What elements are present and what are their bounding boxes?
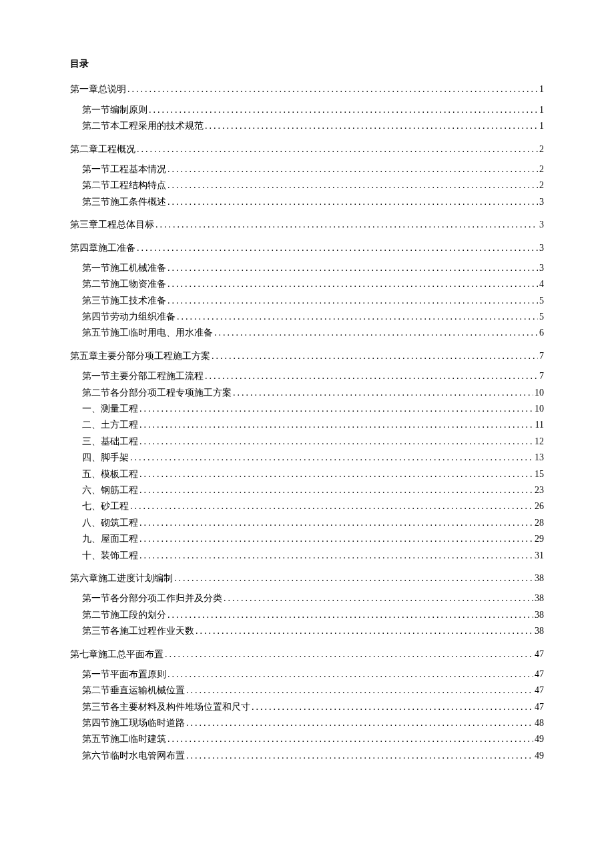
toc-entry: 九、屋面工程29 bbox=[82, 532, 544, 546]
toc-entry: 第一章总说明1 bbox=[70, 82, 544, 97]
toc-leader-dots bbox=[205, 119, 538, 133]
toc-entry: 一、测量工程10 bbox=[82, 402, 544, 416]
toc-entry-label: 第四节施工现场临时道路 bbox=[82, 716, 185, 731]
toc-entry-page: 29 bbox=[535, 532, 544, 546]
toc-entry-label: 九、屋面工程 bbox=[82, 532, 138, 546]
toc-entry: 第一节编制原则1 bbox=[82, 103, 544, 117]
toc-entry-page: 1 bbox=[539, 119, 544, 133]
toc-entry-label: 第三章工程总体目标 bbox=[70, 218, 154, 232]
toc-leader-dots bbox=[168, 178, 538, 193]
toc-entry-label: 第一节施工机械准备 bbox=[82, 261, 166, 276]
toc-entry-page: 15 bbox=[535, 467, 544, 482]
toc-leader-dots bbox=[130, 499, 533, 514]
toc-entry-page: 3 bbox=[539, 218, 544, 232]
toc-entry-label: 第二节施工物资准备 bbox=[82, 277, 166, 292]
toc-entry-page: 3 bbox=[539, 261, 544, 276]
toc-entry-label: 第四章施工准备 bbox=[70, 241, 135, 256]
toc-entry-label: 八、砌筑工程 bbox=[82, 516, 138, 530]
toc-leader-dots bbox=[168, 162, 538, 177]
toc-entry-page: 1 bbox=[539, 103, 544, 117]
toc-leader-dots bbox=[168, 294, 538, 308]
toc-entry-page: 38 bbox=[535, 624, 544, 638]
toc-entry: 第六章施工进度计划编制38 bbox=[70, 571, 544, 586]
toc-entry-page: 47 bbox=[535, 667, 544, 682]
toc-entry: 五、模板工程15 bbox=[82, 467, 544, 482]
toc-entry: 第三节各主要材料及构件堆场位置和尺寸47 bbox=[82, 700, 544, 715]
toc-leader-dots bbox=[186, 749, 533, 763]
toc-entry-page: 1 bbox=[539, 82, 544, 97]
toc-leader-dots bbox=[233, 386, 533, 400]
toc-entry: 第三章工程总体目标3 bbox=[70, 218, 544, 232]
toc-leader-dots bbox=[139, 516, 533, 530]
toc-entry-page: 13 bbox=[535, 450, 544, 465]
toc-entry: 第一节工程基本情况2 bbox=[82, 162, 544, 177]
toc-entry: 第一节施工机械准备3 bbox=[82, 261, 544, 276]
toc-entry: 第二节本工程采用的技术规范1 bbox=[82, 119, 544, 133]
toc-entry-page: 49 bbox=[535, 732, 544, 747]
toc-leader-dots bbox=[130, 450, 533, 465]
toc-entry-label: 第一节各分部分项工作归并及分类 bbox=[82, 591, 222, 606]
toc-entry-label: 五、模板工程 bbox=[82, 467, 138, 482]
toc-entry-page: 6 bbox=[539, 326, 544, 340]
toc-entry: 第二章工程概况2 bbox=[70, 142, 544, 157]
toc-entry-label: 第三节各主要材料及构件堆场位置和尺寸 bbox=[82, 700, 250, 715]
toc-entry-page: 7 bbox=[539, 369, 544, 384]
toc-leader-dots bbox=[212, 349, 538, 364]
toc-entry-label: 十、装饰工程 bbox=[82, 548, 138, 563]
toc-leader-dots bbox=[165, 647, 533, 662]
toc-entry: 第二节工程结构特点2 bbox=[82, 178, 544, 193]
toc-entry: 第三节施工条件概述3 bbox=[82, 195, 544, 209]
toc-entry: 第七章施工总平面布置47 bbox=[70, 647, 544, 662]
toc-entry-page: 11 bbox=[535, 418, 544, 432]
toc-entry-label: 第二节垂直运输机械位置 bbox=[82, 683, 185, 698]
toc-leader-dots bbox=[139, 434, 533, 449]
toc-leader-dots bbox=[139, 467, 533, 482]
toc-entry-page: 5 bbox=[539, 294, 544, 308]
toc-leader-dots bbox=[168, 667, 533, 682]
toc-entry-page: 3 bbox=[539, 241, 544, 256]
toc-entry-page: 7 bbox=[539, 349, 544, 364]
toc-leader-dots bbox=[252, 700, 533, 715]
toc-entry-page: 47 bbox=[535, 700, 544, 715]
toc-entry-page: 49 bbox=[535, 749, 544, 763]
toc-entry: 第三节施工技术准备5 bbox=[82, 294, 544, 308]
toc-leader-dots bbox=[168, 732, 533, 747]
toc-entry-page: 3 bbox=[539, 195, 544, 209]
toc-leader-dots bbox=[137, 142, 538, 157]
toc-entry: 十、装饰工程31 bbox=[82, 548, 544, 563]
toc-entry-label: 第四节劳动力组织准备 bbox=[82, 310, 176, 324]
toc-entry: 八、砌筑工程28 bbox=[82, 516, 544, 530]
toc-entry-page: 48 bbox=[535, 716, 544, 731]
toc-leader-dots bbox=[127, 82, 538, 97]
toc-entry: 第五节施工临时用电、用水准备6 bbox=[82, 326, 544, 340]
toc-leader-dots bbox=[205, 369, 538, 384]
toc-entry-page: 5 bbox=[539, 310, 544, 324]
toc-leader-dots bbox=[224, 591, 533, 606]
toc-entry-label: 第五节施工临时建筑 bbox=[82, 732, 166, 747]
toc-entry: 第四节施工现场临时道路48 bbox=[82, 716, 544, 731]
toc-entry-label: 三、基础工程 bbox=[82, 434, 138, 449]
toc-leader-dots bbox=[168, 608, 533, 622]
toc-entry-page: 28 bbox=[535, 516, 544, 530]
toc-entry-page: 12 bbox=[535, 434, 544, 449]
toc-entry: 三、基础工程12 bbox=[82, 434, 544, 449]
toc-leader-dots bbox=[168, 277, 538, 292]
toc-leader-dots bbox=[214, 326, 538, 340]
toc-entry: 六、钢筋工程23 bbox=[82, 483, 544, 498]
toc-leader-dots bbox=[139, 483, 533, 498]
toc-entry-label: 第二节施工段的划分 bbox=[82, 608, 166, 622]
toc-entry-page: 2 bbox=[539, 178, 544, 193]
toc-entry: 第二节垂直运输机械位置47 bbox=[82, 683, 544, 698]
toc-entry-label: 第三节各施工过程作业天数 bbox=[82, 624, 194, 638]
toc-entry-page: 47 bbox=[535, 647, 544, 662]
toc-entry-label: 第一节工程基本情况 bbox=[82, 162, 166, 177]
toc-entry-page: 4 bbox=[539, 277, 544, 292]
toc-entry-label: 第二节工程结构特点 bbox=[82, 178, 166, 193]
toc-leader-dots bbox=[168, 261, 538, 276]
toc-leader-dots bbox=[156, 218, 538, 232]
toc-leader-dots bbox=[139, 402, 533, 416]
toc-entry-label: 第五节施工临时用电、用水准备 bbox=[82, 326, 213, 340]
toc-entry-label: 第七章施工总平面布置 bbox=[70, 647, 164, 662]
toc-entry-page: 38 bbox=[535, 591, 544, 606]
toc-entry-label: 第一章总说明 bbox=[70, 82, 126, 97]
